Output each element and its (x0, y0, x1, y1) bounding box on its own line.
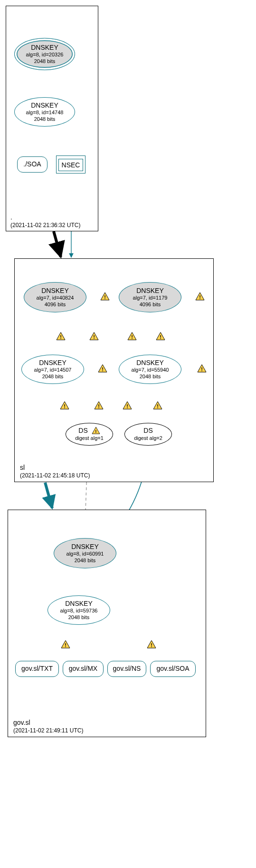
gov-ksk-node: DNSKEY alg=8, id=60991 2048 bits (54, 538, 116, 568)
label: alg=7, id=40824 (37, 295, 74, 302)
label: 2048 bits (34, 116, 56, 123)
label: DNSKEY (31, 101, 58, 110)
label: gov.sl/SOA (157, 665, 190, 673)
label: alg=7, id=14507 (34, 367, 72, 374)
label: 2048 bits (140, 374, 161, 380)
zone-root-ts: (2021-11-02 21:36:32 UTC) (10, 222, 80, 228)
label: 2048 bits (68, 614, 90, 621)
label: 2048 bits (42, 374, 64, 380)
label: alg=8, id=60991 (66, 551, 104, 557)
sl-ksk2-node: DNSKEY alg=7, id=1179 4096 bits (119, 282, 181, 312)
label: 4096 bits (140, 302, 161, 308)
label: DNSKEY (65, 600, 93, 608)
sl-ds1-node: DS ! digest alg=1 (66, 423, 113, 446)
sl-ksk1-node: DNSKEY alg=7, id=40824 4096 bits (24, 282, 86, 312)
root-nsec-node: NSEC (56, 155, 85, 174)
label: DNSKEY (71, 543, 99, 551)
sl-ds2-node: DS digest alg=2 (124, 423, 172, 446)
label: gov.sl/NS (113, 665, 141, 673)
gov-soa-node: gov.sl/SOA (150, 661, 196, 677)
label: 2048 bits (34, 58, 56, 65)
label: DNSKEY (136, 359, 164, 367)
label: DNSKEY (136, 287, 164, 295)
label: alg=7, id=55940 (132, 367, 169, 374)
label: digest alg=2 (134, 435, 162, 442)
root-soa-node: ./SOA (17, 156, 47, 173)
label: alg=7, id=1179 (133, 295, 168, 302)
zone-govsl-name: gov.sl (13, 719, 30, 726)
gov-ns-node: gov.sl/NS (107, 661, 146, 677)
label: gov.sl/MX (69, 665, 97, 673)
label: digest alg=1 (75, 435, 104, 442)
label: alg=8, id=14748 (26, 110, 64, 116)
gov-mx-node: gov.sl/MX (63, 661, 104, 677)
label: ./SOA (23, 160, 41, 169)
warning-icon: ! (92, 427, 100, 434)
svg-text:!: ! (95, 429, 96, 434)
label: alg=8, id=20326 (26, 52, 64, 58)
root-zsk-node: DNSKEY alg=8, id=14748 2048 bits (14, 97, 75, 127)
label: gov.sl/TXT (21, 665, 53, 673)
zone-sl-ts: (2021-11-02 21:45:18 UTC) (20, 472, 90, 479)
label: DS ! (78, 427, 100, 435)
label: DS (143, 427, 152, 435)
sl-zsk2-node: DNSKEY alg=7, id=55940 2048 bits (119, 355, 181, 384)
label: DNSKEY (39, 359, 66, 367)
label: 4096 bits (45, 302, 66, 308)
root-ksk-node: DNSKEY alg=8, id=20326 2048 bits (14, 38, 75, 70)
gov-zsk-node: DNSKEY alg=8, id=59736 2048 bits (47, 595, 110, 625)
label: alg=8, id=59736 (60, 608, 98, 614)
label: NSEC (62, 161, 80, 169)
sl-zsk1-node: DNSKEY alg=7, id=14507 2048 bits (21, 355, 84, 384)
label: DNSKEY (31, 44, 58, 52)
zone-govsl-ts: (2021-11-02 21:49:11 UTC) (13, 727, 83, 734)
label: DNSKEY (41, 287, 69, 295)
zone-sl-name: sl (20, 464, 25, 471)
label: 2048 bits (75, 557, 96, 564)
zone-root-name: . (10, 213, 12, 221)
gov-txt-node: gov.sl/TXT (15, 661, 59, 677)
